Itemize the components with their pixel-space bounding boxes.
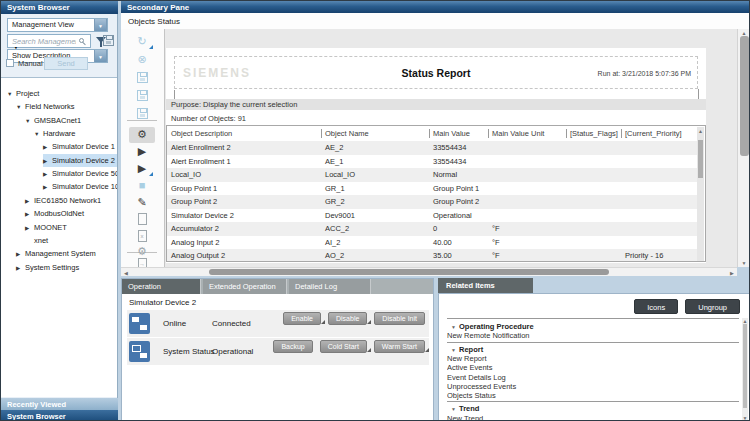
tree-item-management-system[interactable]: ▶Management System <box>16 247 96 260</box>
tree-item-simulator-device-50[interactable]: ▶Simulator Device 50 <box>43 167 117 180</box>
column-header-object-description: Object Description <box>167 126 321 141</box>
related-item-new-report[interactable]: New Report <box>447 354 739 363</box>
cold-start-button[interactable]: Cold Start <box>320 340 367 353</box>
tree-collapsed-icon[interactable]: ▶ <box>43 168 52 181</box>
chevron-down-icon[interactable]: ▼ <box>94 49 107 63</box>
edit-icon[interactable]: ✎ <box>129 195 155 211</box>
tree-item-simulator-device-1[interactable]: ▶Simulator Device 1 <box>43 140 115 153</box>
tree-item-simulator-device-2[interactable]: ▶Simulator Device 2 <box>43 154 117 167</box>
report-cell: AE_1 <box>321 155 429 169</box>
tree-item-gmsbacnet1[interactable]: ▼GMSBACnet1 <box>25 114 81 127</box>
objects-status-tab[interactable]: Objects Status <box>128 17 180 26</box>
warm-start-button[interactable]: Warm Start <box>374 340 425 353</box>
search-input[interactable] <box>8 35 76 47</box>
related-item-objects-status[interactable]: Objects Status <box>447 391 739 400</box>
table-scrollbar[interactable]: ▲ <box>697 127 704 261</box>
tab-detailed-log[interactable]: Detailed Log <box>289 279 371 294</box>
scroll-left-icon[interactable]: ◀ <box>123 270 129 276</box>
run-options-icon[interactable]: ▶ <box>129 161 155 177</box>
export-pdf-icon[interactable] <box>129 212 155 228</box>
tree-collapsed-icon[interactable]: ▶ <box>43 181 52 194</box>
manual-checkbox[interactable] <box>6 59 14 67</box>
ungroup-button[interactable]: Ungroup <box>685 299 740 314</box>
related-item-unprocessed-events[interactable]: Unprocessed Events <box>447 382 739 391</box>
run-icon[interactable]: ▶ <box>129 144 155 160</box>
scroll-down-icon[interactable]: ▼ <box>742 415 748 421</box>
tree-collapsed-icon[interactable]: ▶ <box>25 195 34 208</box>
backup-button[interactable]: Backup <box>273 340 312 353</box>
vertical-scrollbar-thumb[interactable] <box>740 36 749 156</box>
tree-item-label: MOONET <box>34 223 67 232</box>
report-table-rows: Alert Enrollment 2AE_233554434Alert Enro… <box>167 141 705 262</box>
icons-button[interactable]: Icons <box>634 299 678 314</box>
tree-item-iec61850-network1[interactable]: ▶IEC61850 Network1 <box>25 194 101 207</box>
tree-collapsed-icon[interactable]: ▶ <box>43 141 52 154</box>
tree-item-project[interactable]: ▼Project <box>7 87 39 100</box>
tree-expanded-icon[interactable]: ▼ <box>7 88 16 101</box>
tree-collapsed-icon[interactable]: ▶ <box>16 262 25 275</box>
cancel-icon[interactable]: ⊗ <box>129 52 155 68</box>
tree-collapsed-icon[interactable]: ▶ <box>16 248 25 261</box>
tree-item-simulator-device-100[interactable]: ▶Simulator Device 100 <box>43 180 117 193</box>
related-items-scrollbar[interactable]: ▲ ▼ <box>742 318 748 421</box>
save-icon[interactable] <box>129 70 155 86</box>
report-cell: Operational <box>429 209 488 223</box>
tree-collapsed-icon[interactable]: ▶ <box>43 155 52 168</box>
tree-item-modbusoldnet[interactable]: ▶ModbusOldNet <box>25 207 84 220</box>
tree-expanded-icon[interactable]: ▼ <box>25 115 34 128</box>
export-excel-icon[interactable]: x <box>129 229 155 245</box>
related-item-event-details-log[interactable]: Event Details Log <box>447 373 739 382</box>
run-report-icon[interactable]: ↻ <box>129 34 155 50</box>
tab-operation[interactable]: Operation <box>122 279 201 294</box>
column-header-current-priority: [Current_Priority] <box>621 126 698 141</box>
view-select-dropdown[interactable]: Management View ▼ <box>7 18 108 32</box>
related-group-operating-procedure[interactable]: ▼Operating Procedure <box>447 322 739 331</box>
report-row: Alert Enrollment 2AE_233554434 <box>167 141 698 155</box>
disable-init-button[interactable]: Disable Init <box>374 312 425 325</box>
tree-expanded-icon[interactable]: ▼ <box>16 101 25 114</box>
related-group-report[interactable]: ▼Report <box>447 345 739 354</box>
horizontal-scrollbar[interactable]: ◀ ▶ <box>121 267 737 276</box>
tab-related-items[interactable]: Related Items <box>438 278 533 293</box>
tree-item-xnet[interactable]: xnet <box>25 234 48 247</box>
scroll-right-icon[interactable]: ▶ <box>729 270 735 276</box>
tree-collapsed-icon[interactable]: ▶ <box>25 222 34 235</box>
tree-item-hardware[interactable]: ▼Hardware <box>34 127 76 140</box>
scroll-up-icon[interactable]: ▲ <box>697 128 704 134</box>
report-cell: Analog Input 2 <box>167 236 321 250</box>
stop-icon[interactable]: ■ <box>129 178 155 194</box>
tab-extended-operation[interactable]: Extended Operation <box>203 279 287 294</box>
tree-item-label: Management System <box>25 249 96 258</box>
export-file-icon[interactable]: → <box>129 257 155 267</box>
horizontal-scrollbar-thumb[interactable] <box>209 269 609 275</box>
tree-item-label: System Settings <box>25 263 79 272</box>
related-items-scrollbar-thumb[interactable] <box>743 324 747 408</box>
report-cell: °F <box>488 236 566 250</box>
table-scrollbar-thumb[interactable] <box>698 140 703 178</box>
tree-expanded-icon[interactable]: ▼ <box>34 128 43 141</box>
save-as-icon[interactable] <box>129 88 155 104</box>
related-item-active-events[interactable]: Active Events <box>447 363 739 372</box>
report-cell <box>488 195 566 209</box>
enable-button[interactable]: Enable <box>283 312 321 325</box>
operation-row-value: Operational <box>212 347 253 356</box>
save-all-icon[interactable] <box>129 106 155 122</box>
tree-item-system-settings[interactable]: ▶System Settings <box>16 261 79 274</box>
scroll-down-icon[interactable]: ▼ <box>738 260 750 266</box>
recently-viewed-tab[interactable]: Recently Viewed <box>1 398 118 410</box>
report-cell: ACC_2 <box>321 222 429 236</box>
tree-collapsed-icon[interactable]: ▶ <box>25 208 34 221</box>
tree-item-moonet[interactable]: ▶MOONET <box>25 221 67 234</box>
system-browser-tab[interactable]: System Browser <box>1 410 118 421</box>
related-item-new-remote-notification[interactable]: New Remote Notification <box>447 331 739 340</box>
send-button[interactable]: Send <box>44 57 88 70</box>
related-group-trend[interactable]: ▼Trend <box>447 404 739 413</box>
vertical-scrollbar[interactable]: ▲ ▼ <box>737 29 750 267</box>
chevron-down-icon[interactable]: ▼ <box>94 18 107 32</box>
disable-button[interactable]: Disable <box>328 312 367 325</box>
save-view-icon[interactable] <box>103 35 114 46</box>
tree-item-label: Simulator Device 2 <box>52 156 115 165</box>
related-item-new-trend[interactable]: New Trend <box>447 414 739 421</box>
settings-icon[interactable]: ⚙ <box>129 127 155 143</box>
tree-item-field-networks[interactable]: ▼Field Networks <box>16 100 75 113</box>
